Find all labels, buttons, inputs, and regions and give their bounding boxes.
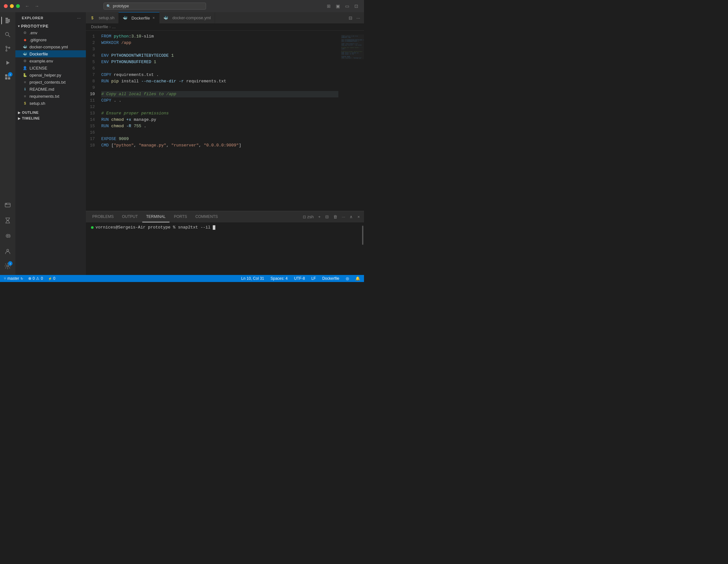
status-language[interactable]: Dockerfile xyxy=(321,275,341,282)
activity-item-testing[interactable] xyxy=(1,214,14,227)
tab-docker-compose[interactable]: 🐳 docker-compose.yml xyxy=(160,12,215,23)
sidebar-header-actions: ··· xyxy=(76,15,82,21)
panel-tab-comments[interactable]: COMMENTS xyxy=(192,211,222,222)
status-spaces[interactable]: Spaces: 4 xyxy=(269,275,289,282)
code-editor[interactable]: 1 2 3 4 5 6 7 8 9 10 11 12 13 14 15 16 1 xyxy=(86,31,338,211)
code-line-2: WORKDIR /app xyxy=(101,40,338,46)
bell-icon: 🔔 xyxy=(355,276,360,281)
terminal-split-button[interactable]: ⊟ xyxy=(324,214,330,220)
status-position[interactable]: Ln 10, Col 31 xyxy=(240,275,265,282)
file-name-docker-compose: docker-compose.yml xyxy=(29,45,68,49)
file-item-license[interactable]: 👤 LICENSE xyxy=(15,64,86,71)
status-bar-right: Ln 10, Col 31 Spaces: 4 UTF-8 LF Dockerf… xyxy=(240,275,361,282)
activity-item-remote[interactable] xyxy=(1,199,14,211)
traffic-lights xyxy=(4,4,20,8)
activity-item-docker[interactable] xyxy=(1,229,14,242)
svg-rect-13 xyxy=(5,77,7,79)
activity-item-settings[interactable]: 1 xyxy=(1,260,14,272)
split-editor-button[interactable]: ⊟ xyxy=(347,15,354,21)
forward-button[interactable]: → xyxy=(33,3,40,9)
timeline-section[interactable]: ▶ TIMELINE xyxy=(15,115,86,121)
maximize-button[interactable] xyxy=(16,4,20,8)
terminal-cursor xyxy=(213,225,215,230)
status-notifications[interactable]: 🔔 xyxy=(354,275,361,282)
file-name-example-env: example.env xyxy=(29,59,53,63)
file-name-dockerfile: Dockerfile xyxy=(29,52,48,56)
terminal-content[interactable]: vornices@Sergeis-Air prototype % snap2tx… xyxy=(86,222,361,275)
sidebar-toggle-button[interactable]: ▣ xyxy=(334,3,342,9)
activity-item-explorer[interactable] xyxy=(1,14,14,27)
back-button[interactable]: ← xyxy=(24,3,31,9)
panel-tab-label-terminal: TERMINAL xyxy=(146,214,166,219)
panel-close-button[interactable]: × xyxy=(356,214,361,220)
tab-setup-sh[interactable]: $ setup.sh xyxy=(86,12,119,23)
activity-item-source-control[interactable] xyxy=(1,42,14,55)
line-num-5: 5 xyxy=(86,59,95,65)
panel-tab-output[interactable]: OUTPUT xyxy=(118,211,142,222)
code-line-4: ENV PYTHONDONTWRITEBYTECODE 1 xyxy=(101,53,338,59)
panel-more-button[interactable]: ··· xyxy=(340,214,347,220)
folder-prototype[interactable]: ▾ PROTOTYPE xyxy=(15,23,86,29)
navigation-buttons: ← → xyxy=(24,3,40,9)
new-terminal-button[interactable]: + xyxy=(317,214,322,220)
terminal-scrollbar[interactable] xyxy=(361,222,364,275)
folder-arrow-icon: ▾ xyxy=(18,24,20,28)
activity-item-run[interactable] xyxy=(1,56,14,69)
layout-toggle-button[interactable]: ⊞ xyxy=(325,3,333,9)
fullscreen-button[interactable]: ⊡ xyxy=(352,3,360,9)
panel-tab-ports[interactable]: PORTS xyxy=(170,211,191,222)
outline-arrow-icon: ▶ xyxy=(18,111,21,114)
minimize-button[interactable] xyxy=(10,4,14,8)
panel-tab-problems[interactable]: PROBLEMS xyxy=(88,211,118,222)
tab-close-dockerfile[interactable]: × xyxy=(152,16,155,20)
panel-tab-terminal[interactable]: TERMINAL xyxy=(142,211,170,222)
line-num-18: 18 xyxy=(86,142,95,149)
file-item-example-env[interactable]: ⚙ example.env xyxy=(15,57,86,64)
close-button[interactable] xyxy=(4,4,8,8)
status-line-ending[interactable]: LF xyxy=(310,275,317,282)
file-item-gitignore[interactable]: ◆ .gitignore xyxy=(15,36,86,43)
warning-count: 0 xyxy=(41,276,43,281)
terminal-delete-button[interactable]: 🗑 xyxy=(332,214,339,220)
status-branch[interactable]: ⑂ master ↻ xyxy=(3,275,24,282)
minimap: FROM python:3.10-slim WORKDIR /app ENV P… xyxy=(338,31,364,211)
file-item-dockerfile[interactable]: 🐳 Dockerfile xyxy=(15,50,86,57)
status-errors[interactable]: ⊗ 0 ⚠ 0 xyxy=(27,275,44,282)
tab-more-button[interactable]: ··· xyxy=(355,15,361,21)
tab-dockerfile[interactable]: 🐳 Dockerfile × xyxy=(119,12,160,23)
file-item-docker-compose[interactable]: 🐳 docker-compose.yml xyxy=(15,43,86,50)
status-encoding[interactable]: UTF-8 xyxy=(293,275,306,282)
panel-tab-label-output: OUTPUT xyxy=(122,214,138,219)
line-num-13: 13 xyxy=(86,110,95,117)
sidebar-more-button[interactable]: ··· xyxy=(76,15,82,21)
search-bar[interactable]: 🔍 prototype xyxy=(103,3,206,10)
activity-item-account[interactable] xyxy=(1,245,14,258)
file-icon-gitignore: ◆ xyxy=(22,37,28,42)
activity-item-search[interactable] xyxy=(1,28,14,41)
file-item-requirements[interactable]: ≡ requirements.txt xyxy=(15,93,86,100)
status-no-connection[interactable]: ⚡ 0 xyxy=(47,275,57,282)
file-item-project-contents[interactable]: ≡ project_contents.txt xyxy=(15,79,86,86)
line-num-9: 9 xyxy=(86,85,95,91)
status-bar: ⑂ master ↻ ⊗ 0 ⚠ 0 ⚡ 0 Ln 10, Col 31 Spa… xyxy=(0,275,364,282)
file-icon-env: ⚙ xyxy=(22,30,28,35)
file-item-openai-helper[interactable]: 🐍 openai_helper.py xyxy=(15,71,86,79)
terminal-name-button[interactable]: ⊡ zsh xyxy=(301,214,315,220)
line-num-1: 1 xyxy=(86,33,95,40)
file-item-readme[interactable]: ℹ README.md xyxy=(15,86,86,93)
activity-bar-bottom xyxy=(1,198,14,243)
error-count: 0 xyxy=(33,276,35,281)
line-num-3: 3 xyxy=(86,46,95,53)
panel-maximize-button[interactable]: ∧ xyxy=(348,214,354,220)
file-icon-project-contents: ≡ xyxy=(22,79,28,85)
terminal-prompt: vornices@Sergeis-Air prototype % snap2tx… xyxy=(91,225,215,230)
outline-section[interactable]: ▶ OUTLINE xyxy=(15,109,86,115)
spaces-text: Spaces: 4 xyxy=(270,276,287,281)
svg-line-6 xyxy=(8,35,10,37)
status-copilot[interactable]: ◎ xyxy=(344,275,350,282)
file-item-setup-sh[interactable]: $ setup.sh xyxy=(15,100,86,107)
activity-item-extensions[interactable]: 1 xyxy=(1,71,14,83)
position-text: Ln 10, Col 31 xyxy=(241,276,264,281)
file-item-env[interactable]: ⚙ .env xyxy=(15,29,86,36)
panel-toggle-button[interactable]: ▭ xyxy=(343,3,351,9)
